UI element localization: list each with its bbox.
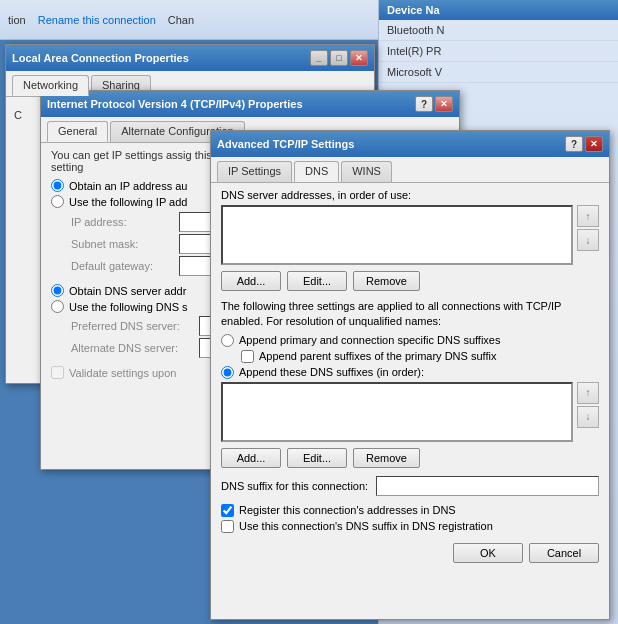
tab-ip-settings[interactable]: IP Settings [217,161,292,182]
radio-manual-dns-input[interactable] [51,300,64,313]
ipv4-title-text: Internet Protocol Version 4 (TCP/IPv4) P… [47,98,413,110]
local-title-text: Local Area Connection Properties [12,52,308,64]
ip-address-label: IP address: [71,216,171,228]
dns-buttons-row: Add... Edit... Remove [221,271,599,291]
tab-networking[interactable]: Networking [12,75,89,96]
check-append-parent-input[interactable] [241,350,254,363]
radio-append-primary: Append primary and connection specific D… [221,334,599,347]
local-close-btn[interactable]: ✕ [350,50,368,66]
check-use-suffix-dns-label: Use this connection's DNS suffix in DNS … [239,520,493,532]
radio-obtain-ip-label: Obtain an IP address au [69,180,187,192]
check-append-parent: Append parent suffixes of the primary DN… [241,350,599,363]
suffix-remove-btn[interactable]: Remove [353,448,420,468]
check-register-dns-input[interactable] [221,504,234,517]
radio-obtain-dns-label: Obtain DNS server addr [69,285,186,297]
right-panel-item-1: Bluetooth N [379,20,618,41]
tab-dns[interactable]: DNS [294,161,339,182]
radio-obtain-dns-input[interactable] [51,284,64,297]
check-register-dns: Register this connection's addresses in … [221,504,599,517]
connection-suffix-label: DNS suffix for this connection: [221,480,368,492]
ipv4-title-bar: Internet Protocol Version 4 (TCP/IPv4) P… [41,91,459,117]
local-minimize-btn[interactable]: _ [310,50,328,66]
tab-wins[interactable]: WINS [341,161,392,182]
dns-desc-text: The following three settings are applied… [221,299,599,330]
radio-append-primary-input[interactable] [221,334,234,347]
suffix-listbox[interactable] [221,382,573,442]
advanced-tab-bar: IP Settings DNS WINS [211,157,609,182]
bg-bar-text1: tion [8,14,26,26]
radio-append-primary-label: Append primary and connection specific D… [239,334,501,346]
right-panel-item-2: Intel(R) PR [379,41,618,62]
dns-add-btn[interactable]: Add... [221,271,281,291]
radio-manual-dns-label: Use the following DNS s [69,301,188,313]
advanced-close-btn[interactable]: ✕ [585,136,603,152]
right-panel-item-3: Microsoft V [379,62,618,83]
connection-suffix-row: DNS suffix for this connection: [221,476,599,496]
advanced-ok-btn[interactable]: OK [453,543,523,563]
validate-checkbox [51,366,64,379]
dns-server-listbox[interactable] [221,205,573,265]
advanced-action-buttons: OK Cancel [221,543,599,563]
local-maximize-btn[interactable]: □ [330,50,348,66]
radio-append-these-label: Append these DNS suffixes (in order): [239,366,424,378]
advanced-cancel-btn[interactable]: Cancel [529,543,599,563]
advanced-tab-content: DNS server addresses, in order of use: ↑… [211,182,609,569]
radio-append-these-input[interactable] [221,366,234,379]
subnet-label: Subnet mask: [71,238,171,250]
advanced-title-text: Advanced TCP/IP Settings [217,138,563,150]
advanced-help-btn[interactable]: ? [565,136,583,152]
suffix-add-btn[interactable]: Add... [221,448,281,468]
radio-append-these: Append these DNS suffixes (in order): [221,366,599,379]
local-title-bar: Local Area Connection Properties _ □ ✕ [6,45,374,71]
dns-scroll-up-btn[interactable]: ↑ [577,205,599,227]
dns-alt-label: Alternate DNS server: [71,342,191,354]
check-append-parent-label: Append parent suffixes of the primary DN… [259,350,496,362]
radio-manual-ip-label: Use the following IP add [69,196,187,208]
ipv4-close-btn[interactable]: ✕ [435,96,453,112]
radio-obtain-ip-input[interactable] [51,179,64,192]
dns-edit-btn[interactable]: Edit... [287,271,347,291]
dns-list-area: ↑ ↓ [221,205,599,265]
check-use-suffix-dns: Use this connection's DNS suffix in DNS … [221,520,599,533]
right-panel-header: Device Na [379,0,618,20]
connection-suffix-input[interactable] [376,476,599,496]
suffix-scroll-down-btn[interactable]: ↓ [577,406,599,428]
tab-general[interactable]: General [47,121,108,142]
bg-bar-text2: Chan [168,14,194,26]
check-use-suffix-dns-input[interactable] [221,520,234,533]
check-register-dns-label: Register this connection's addresses in … [239,504,456,516]
suffix-edit-btn[interactable]: Edit... [287,448,347,468]
bg-bar-link-rename[interactable]: Rename this connection [38,14,156,26]
suffix-buttons-row: Add... Edit... Remove [221,448,599,468]
radio-manual-ip-input[interactable] [51,195,64,208]
advanced-tcpip-window: Advanced TCP/IP Settings ? ✕ IP Settings… [210,130,610,620]
suffix-scroll-up-btn[interactable]: ↑ [577,382,599,404]
dns-pref-label: Preferred DNS server: [71,320,191,332]
advanced-title-bar: Advanced TCP/IP Settings ? ✕ [211,131,609,157]
dns-remove-btn[interactable]: Remove [353,271,420,291]
validate-label: Validate settings upon [69,367,176,379]
dns-scroll-down-btn[interactable]: ↓ [577,229,599,251]
gateway-label: Default gateway: [71,260,171,272]
suffix-list-area: ↑ ↓ [221,382,599,442]
dns-list-label: DNS server addresses, in order of use: [221,189,599,201]
ipv4-help-btn[interactable]: ? [415,96,433,112]
